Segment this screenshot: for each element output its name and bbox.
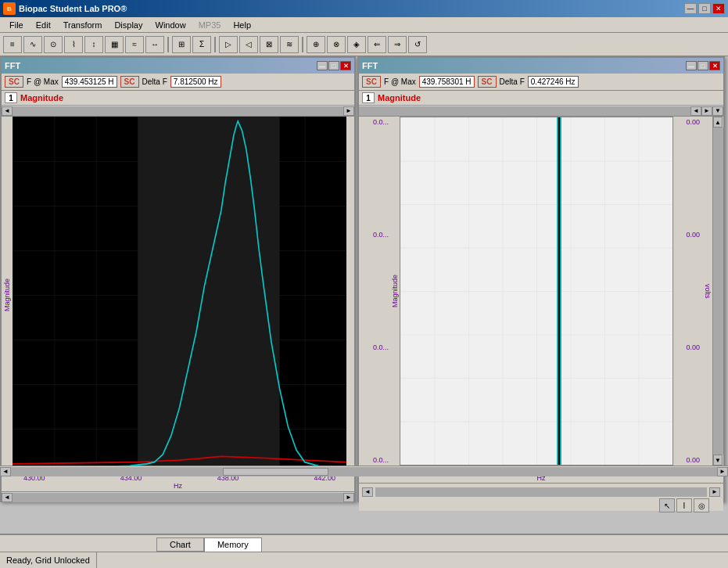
toolbar-btn-19[interactable]: ↺ — [408, 36, 427, 53]
status-bar-area: Chart Memory Ready, Grid Unlocked — [0, 534, 728, 568]
scroll-right-btn-left[interactable]: ► — [343, 493, 354, 502]
global-scroll-bar[interactable]: ◄ ► — [0, 466, 728, 476]
scroll-right-btn-bottom[interactable]: ► — [709, 487, 720, 497]
app-title: Biopac Student Lab PRO® — [19, 4, 127, 13]
fft-left-scroll-bottom[interactable]: ◄ ► — [2, 491, 354, 502]
fft-right-y-axis-left: 0.0... 0.0... 0.0... 0.0... — [359, 117, 390, 466]
toolbar-btn-12[interactable]: ⊠ — [260, 36, 278, 53]
y-right-val-3: 0.00 — [686, 456, 700, 464]
fft-right-channel-label: Magnitude — [378, 93, 421, 102]
fft-right-channel-row: 1 Magnitude — [359, 91, 723, 106]
fft-left-maximize[interactable]: □ — [328, 61, 339, 70]
scroll-left-btn-left[interactable]: ◄ — [2, 493, 13, 502]
fft-left-f-at-max-value: 439.453125 H — [62, 76, 117, 88]
scroll-left-btn-bottom[interactable]: ◄ — [362, 487, 373, 497]
toolbar-btn-0[interactable]: ≡ — [3, 36, 22, 53]
fft-left-title-bar: FFT — □ ✕ — [2, 58, 354, 74]
toolbar-btn-11[interactable]: ◁ — [239, 36, 258, 53]
vscroll-down-btn[interactable]: ▼ — [713, 455, 723, 466]
toolbar: ≡ ∿ ⊙ ⌇ ↕ ▦ ≈ ↔ ⊞ Σ ▷ ◁ ⊠ ≋ ⊕ ⊗ ◈ ⇐ ⇒ ↺ — [0, 33, 728, 56]
fft-right-maximize[interactable]: □ — [698, 61, 708, 70]
scroll-track-left[interactable] — [13, 106, 343, 116]
fft-right-minimize[interactable]: — — [686, 61, 697, 70]
minimize-button[interactable]: — — [684, 3, 697, 14]
fft-right-chart-area — [400, 117, 673, 466]
tool-cursor[interactable]: I — [676, 498, 692, 512]
tab-memory[interactable]: Memory — [204, 537, 262, 552]
fft-left-channel-row: 1 Magnitude — [2, 91, 354, 106]
fft-right-tool-row: ◄ ► — [359, 483, 723, 500]
menu-mp35: MP35 — [192, 19, 228, 31]
menu-file[interactable]: File — [3, 19, 30, 31]
fft-left-sc1[interactable]: SC — [5, 76, 23, 88]
vscroll-track[interactable] — [713, 128, 723, 455]
fft-right-tools-bottom: ↖ I ◎ — [359, 500, 723, 511]
fft-right-scroll-top[interactable]: ◄ ► ▼ — [359, 106, 723, 117]
tab-chart[interactable]: Chart — [156, 537, 204, 552]
toolbar-btn-9[interactable]: Σ — [192, 36, 211, 53]
toolbar-btn-17[interactable]: ⇐ — [368, 36, 386, 53]
toolbar-btn-2[interactable]: ⊙ — [44, 36, 63, 53]
vscroll-up-btn[interactable]: ▲ — [713, 117, 723, 128]
global-scroll-right[interactable]: ► — [717, 467, 728, 476]
menu-display[interactable]: Display — [108, 19, 149, 31]
fft-right-close[interactable]: ✕ — [709, 61, 720, 70]
fft-left-channel-num: 1 — [5, 92, 17, 103]
toolbar-btn-15[interactable]: ⊗ — [327, 36, 346, 53]
toolbar-sep-1 — [167, 37, 169, 52]
toolbar-btn-13[interactable]: ≋ — [280, 36, 299, 53]
scroll-left-btn-right-top[interactable]: ◄ — [690, 106, 701, 116]
fft-right-sc2[interactable]: SC — [478, 76, 497, 88]
title-bar-left: B Biopac Student Lab PRO® — [3, 2, 127, 15]
fft-left-chart-body: Magnitude — [2, 117, 354, 473]
fft-right-delta-f-value: 0.427246 Hz — [528, 76, 579, 88]
fft-left-delta-f-label: Delta F — [142, 77, 167, 86]
fft-right-vscroll[interactable]: ▲ ▼ — [712, 117, 723, 466]
fft-right-sc1[interactable]: SC — [362, 76, 381, 88]
toolbar-btn-18[interactable]: ⇒ — [388, 36, 407, 53]
status-text: Ready, Grid Unlocked — [6, 555, 90, 565]
scroll-right-arrow-left[interactable]: ► — [343, 106, 354, 116]
fft-right-svg — [400, 117, 672, 465]
fft-left-close[interactable]: ✕ — [340, 61, 351, 70]
toolbar-btn-6[interactable]: ≈ — [125, 36, 144, 53]
y-right-val-1: 0.00 — [686, 231, 700, 239]
menu-window[interactable]: Window — [149, 19, 192, 31]
toolbar-btn-10[interactable]: ▷ — [219, 36, 238, 53]
toolbar-btn-8[interactable]: ⊞ — [172, 36, 191, 53]
close-button[interactable]: ✕ — [712, 3, 725, 14]
fft-right-y-axis-right: 0.00 0.00 0.00 0.00 — [673, 117, 703, 466]
toolbar-btn-4[interactable]: ↕ — [84, 36, 103, 53]
fft-right-y-label: Magnitude — [390, 117, 400, 466]
menu-edit[interactable]: Edit — [30, 19, 57, 31]
global-scroll-left[interactable]: ◄ — [0, 467, 11, 476]
scroll-right-btn-right-top[interactable]: ► — [701, 106, 712, 116]
fft-left-scroll-top[interactable]: ◄ ► — [2, 106, 354, 117]
toolbar-btn-16[interactable]: ◈ — [347, 36, 366, 53]
fft-left-sc2[interactable]: SC — [120, 76, 139, 88]
scroll-track-bottom-left[interactable] — [13, 493, 343, 502]
maximize-button[interactable]: □ — [698, 3, 711, 14]
scroll-left-arrow-left[interactable]: ◄ — [2, 106, 13, 116]
fft-right-volts-label: volts — [703, 117, 712, 466]
toolbar-btn-7[interactable]: ↔ — [145, 36, 164, 53]
fft-left-chart-area — [13, 117, 346, 473]
toolbar-btn-3[interactable]: ⌇ — [64, 36, 83, 53]
tool-zoom[interactable]: ◎ — [694, 498, 709, 512]
fft-right-title: FFT — [362, 61, 378, 70]
toolbar-btn-5[interactable]: ▦ — [105, 36, 124, 53]
menu-transform[interactable]: Transform — [57, 19, 109, 31]
tool-arrow[interactable]: ↖ — [659, 498, 675, 512]
scroll-track-right-top[interactable] — [359, 106, 690, 116]
toolbar-btn-1[interactable]: ∿ — [23, 36, 42, 53]
scroll-down-btn-right-top[interactable]: ▼ — [712, 106, 723, 116]
fft-left-minimize[interactable]: — — [317, 61, 328, 70]
title-bar-controls: — □ ✕ — [684, 3, 725, 14]
menu-help[interactable]: Help — [227, 19, 257, 31]
fft-left-svg — [13, 117, 346, 473]
toolbar-btn-14[interactable]: ⊕ — [307, 36, 325, 53]
y-val-0: 0.0... — [373, 118, 389, 126]
scroll-track-bottom-right[interactable] — [375, 487, 707, 497]
global-scroll-track[interactable] — [11, 467, 717, 476]
global-scroll-thumb[interactable] — [223, 468, 328, 476]
